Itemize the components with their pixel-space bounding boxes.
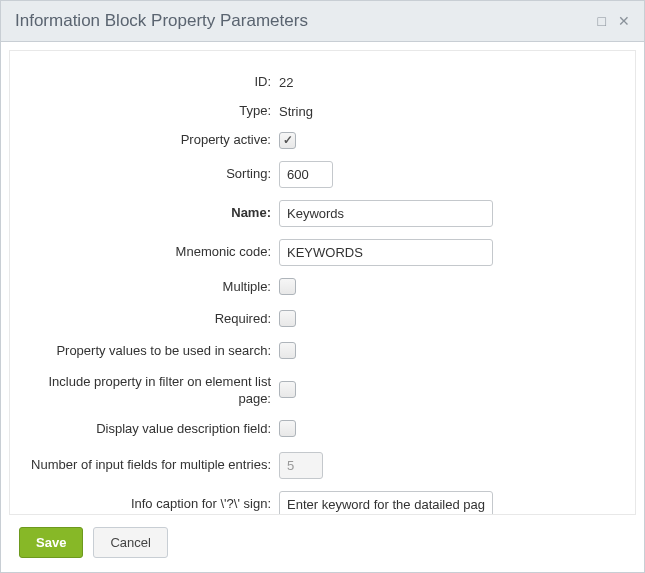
row-sorting: Sorting:: [20, 158, 625, 191]
sorting-label: Sorting:: [20, 158, 275, 191]
dialog-window: Information Block Property Parameters □ …: [0, 0, 645, 573]
content-wrap: ID: 22 Type: String Property active: Sor…: [1, 42, 644, 572]
row-active: Property active:: [20, 129, 625, 152]
row-id: ID: 22: [20, 71, 625, 94]
info-caption-label: Info caption for \'?\' sign:: [20, 488, 275, 515]
row-info-caption: Info caption for \'?\' sign:: [20, 488, 625, 515]
type-value: String: [275, 100, 625, 123]
row-search: Property values to be used in search:: [20, 339, 625, 365]
id-value: 22: [275, 71, 625, 94]
required-checkbox[interactable]: [279, 310, 296, 327]
row-type: Type: String: [20, 100, 625, 123]
display-desc-checkbox[interactable]: [279, 420, 296, 437]
name-input[interactable]: [279, 200, 493, 227]
row-multiple: Multiple:: [20, 275, 625, 301]
type-label: Type:: [20, 100, 275, 123]
mnemonic-input[interactable]: [279, 239, 493, 266]
cancel-button[interactable]: Cancel: [93, 527, 167, 558]
dialog-footer: Save Cancel: [9, 515, 636, 572]
multiple-label: Multiple:: [20, 275, 275, 301]
sorting-input[interactable]: [279, 161, 333, 188]
window-title: Information Block Property Parameters: [15, 11, 308, 31]
search-label: Property values to be used in search:: [20, 339, 275, 365]
row-filter: Include property in filter on element li…: [20, 371, 625, 411]
required-label: Required:: [20, 307, 275, 333]
filter-label: Include property in filter on element li…: [20, 371, 275, 411]
id-label: ID:: [20, 71, 275, 94]
window-controls: □ ✕: [598, 14, 630, 28]
active-checkbox[interactable]: [279, 132, 296, 149]
filter-checkbox[interactable]: [279, 381, 296, 398]
row-display-desc: Display value description field:: [20, 417, 625, 443]
form-table: ID: 22 Type: String Property active: Sor…: [20, 65, 625, 515]
active-label: Property active:: [20, 129, 275, 152]
search-checkbox[interactable]: [279, 342, 296, 359]
info-caption-input[interactable]: [279, 491, 493, 515]
multiple-checkbox[interactable]: [279, 278, 296, 295]
row-num-fields: Number of input fields for multiple entr…: [20, 449, 625, 482]
row-required: Required:: [20, 307, 625, 333]
titlebar: Information Block Property Parameters □ …: [1, 1, 644, 42]
save-button[interactable]: Save: [19, 527, 83, 558]
display-desc-label: Display value description field:: [20, 417, 275, 443]
maximize-icon[interactable]: □: [598, 14, 606, 28]
name-label: Name:: [20, 197, 275, 230]
num-fields-input: [279, 452, 323, 479]
row-name: Name:: [20, 197, 625, 230]
num-fields-label: Number of input fields for multiple entr…: [20, 449, 275, 482]
row-mnemonic: Mnemonic code:: [20, 236, 625, 269]
mnemonic-label: Mnemonic code:: [20, 236, 275, 269]
form-scroll-area[interactable]: ID: 22 Type: String Property active: Sor…: [9, 50, 636, 515]
close-icon[interactable]: ✕: [618, 14, 630, 28]
